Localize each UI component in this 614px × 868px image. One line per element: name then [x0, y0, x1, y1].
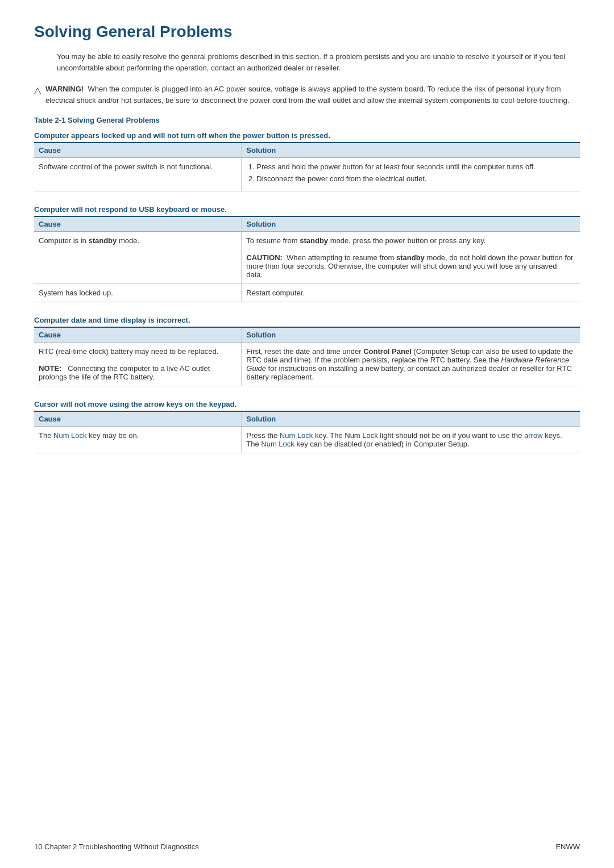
solution-cell-locked: Restart computer.: [242, 284, 580, 302]
section-4-header-row: Cursor will not move using the arrow key…: [34, 398, 580, 411]
section-2-header-row: Computer will not respond to USB keyboar…: [34, 203, 580, 216]
section-2-header: Computer will not respond to USB keyboar…: [34, 205, 227, 214]
table-row: The Num Lock key may be on. Press the Nu…: [34, 427, 580, 453]
cause-cell-numlock: The Num Lock key may be on.: [34, 427, 242, 453]
page-title: Solving General Problems: [34, 23, 580, 41]
main-table-section: Table 2-1 Solving General Problems Compu…: [34, 116, 580, 453]
section-1-header-row: Computer appears locked up and will not …: [34, 129, 580, 143]
problem-table-4: Cursor will not move using the arrow key…: [34, 398, 580, 453]
problem-table-3: Computer date and time display is incorr…: [34, 314, 580, 386]
section-3-header-row: Computer date and time display is incorr…: [34, 314, 580, 327]
solution-header-2: Solution: [242, 216, 580, 232]
solution-cell-numlock: Press the Num Lock key. The Num Lock lig…: [242, 427, 580, 453]
cause-cell-standby: Computer is in standby mode.: [34, 232, 242, 284]
table-row: System has locked up. Restart computer.: [34, 284, 580, 302]
footer-right: ENWW: [555, 842, 580, 851]
warning-text: WARNING! When the computer is plugged in…: [45, 84, 580, 106]
cause-cell: Software control of the power switch is …: [34, 158, 242, 191]
cause-cell-locked: System has locked up.: [34, 284, 242, 302]
footer-left: 10 Chapter 2 Troubleshooting Without Dia…: [34, 842, 199, 851]
cause-header-1: Cause: [34, 143, 242, 158]
problem-table-2: Computer will not respond to USB keyboar…: [34, 203, 580, 302]
solution-cell-standby: To resume from standby mode, press the p…: [242, 232, 580, 284]
solution-header-3: Solution: [242, 327, 580, 343]
col-header-row-2: Cause Solution: [34, 216, 580, 232]
solution-header-4: Solution: [242, 411, 580, 427]
section-4-header: Cursor will not move using the arrow key…: [34, 400, 237, 408]
cause-header-3: Cause: [34, 327, 242, 343]
cause-cell-rtc: RTC (real-time clock) battery may need t…: [34, 343, 242, 386]
table-row: Computer is in standby mode. To resume f…: [34, 232, 580, 284]
section-3-header: Computer date and time display is incorr…: [34, 316, 190, 324]
cause-header-4: Cause: [34, 411, 242, 427]
warning-box: △ WARNING! When the computer is plugged …: [34, 84, 580, 106]
col-header-row-3: Cause Solution: [34, 327, 580, 343]
cause-header-2: Cause: [34, 216, 242, 232]
table-row: RTC (real-time clock) battery may need t…: [34, 343, 580, 386]
col-header-row-4: Cause Solution: [34, 411, 580, 427]
problem-table-1: Computer appears locked up and will not …: [34, 129, 580, 191]
section-1-header: Computer appears locked up and will not …: [34, 131, 330, 140]
col-header-row-1: Cause Solution: [34, 143, 580, 158]
table-title: Table 2-1 Solving General Problems: [34, 116, 580, 124]
solution-cell-rtc: First, reset the date and time under Con…: [242, 343, 580, 386]
table-row: Software control of the power switch is …: [34, 158, 580, 191]
solution-cell: Press and hold the power button for at l…: [242, 158, 580, 191]
page-footer: 10 Chapter 2 Troubleshooting Without Dia…: [0, 842, 614, 851]
warning-icon: △: [34, 84, 41, 97]
intro-paragraph: You may be able to easily resolve the ge…: [57, 51, 580, 73]
solution-header-1: Solution: [242, 143, 580, 158]
